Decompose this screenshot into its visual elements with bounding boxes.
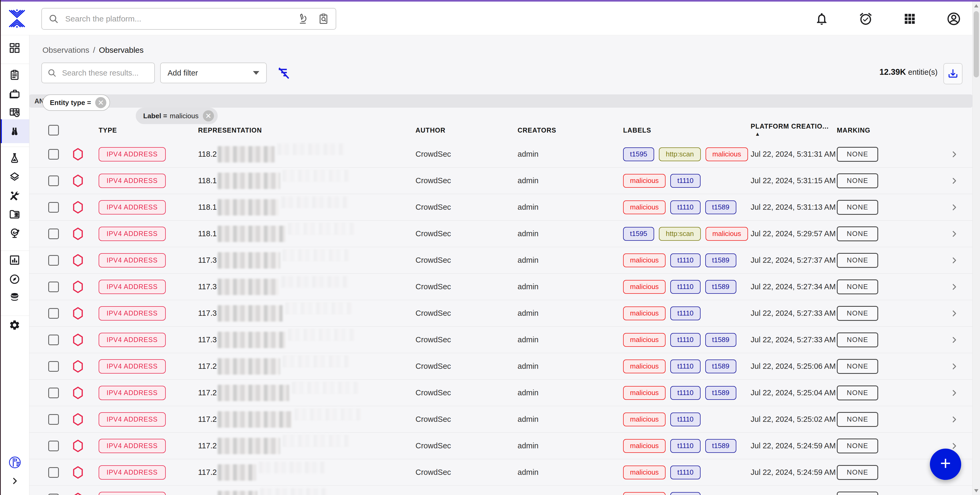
sidebar-item-investigations[interactable] — [0, 271, 29, 288]
label-chip[interactable]: malicious — [623, 307, 665, 320]
label-chip[interactable]: t1589 — [705, 201, 736, 214]
row-checkbox[interactable] — [48, 361, 59, 372]
label-chip[interactable]: t1110 — [670, 333, 700, 347]
chevron-right-icon[interactable] — [950, 415, 959, 424]
sidebar-item-locations[interactable] — [0, 224, 29, 242]
label-chip[interactable]: t1589 — [705, 280, 736, 294]
opencti-logo[interactable] — [7, 8, 27, 29]
label-chip[interactable]: malicious — [706, 147, 748, 161]
label-chip[interactable]: t1110 — [670, 466, 700, 479]
select-all-checkbox[interactable] — [48, 125, 59, 135]
microscope-icon[interactable] — [297, 13, 309, 25]
platform-search-input[interactable] — [65, 14, 297, 24]
label-chip[interactable]: malicious — [623, 280, 665, 294]
filter-operator[interactable]: AND — [29, 94, 972, 108]
chevron-right-icon[interactable] — [950, 441, 959, 450]
row-checkbox[interactable] — [48, 229, 59, 239]
label-chip[interactable]: malicious — [623, 412, 665, 427]
label-chip[interactable]: t1595 — [623, 227, 654, 241]
clipboard-search-icon[interactable] — [318, 13, 329, 25]
label-chip[interactable]: malicious — [623, 333, 665, 347]
label-chip[interactable]: t1110 — [670, 492, 700, 495]
header-creators[interactable]: CREATORS — [517, 126, 623, 134]
header-author[interactable]: AUTHOR — [415, 126, 517, 134]
sidebar-item-dashboard[interactable] — [0, 40, 29, 56]
sidebar-item-data[interactable] — [0, 289, 29, 306]
row-checkbox[interactable] — [48, 467, 59, 478]
add-observable-fab[interactable]: + — [930, 449, 961, 480]
sidebar-collapse-toggle[interactable] — [10, 476, 20, 486]
table-row[interactable]: IPV4 ADDRESS 117.2 CrowdSec admin malici… — [29, 406, 972, 433]
table-row[interactable]: IPV4 ADDRESS 117.3 CrowdSec admin malici… — [29, 274, 972, 300]
chevron-right-icon[interactable] — [950, 309, 959, 318]
label-chip[interactable]: t1589 — [705, 253, 736, 267]
label-chip[interactable]: t1589 — [705, 439, 736, 453]
chevron-right-icon[interactable] — [950, 256, 959, 265]
row-checkbox[interactable] — [48, 255, 59, 266]
label-chip[interactable]: malicious — [623, 492, 665, 495]
table-row[interactable]: IPV4 ADDRESS 117.2 CrowdSec admin malici… — [29, 433, 972, 459]
label-chip[interactable]: t1595 — [623, 147, 654, 161]
sidebar-item-arsenal[interactable] — [0, 168, 29, 185]
label-chip[interactable]: t1110 — [670, 307, 700, 320]
sidebar-item-filigran[interactable] — [8, 456, 21, 469]
row-checkbox[interactable] — [48, 282, 59, 292]
label-chip[interactable]: http:scan — [659, 147, 701, 161]
results-search-input[interactable] — [62, 68, 162, 78]
sidebar-item-techniques[interactable] — [0, 187, 29, 204]
header-type[interactable]: TYPE — [99, 126, 198, 134]
header-labels[interactable]: LABELS — [623, 126, 751, 134]
label-chip[interactable]: malicious — [623, 466, 665, 479]
label-chip[interactable]: t1589 — [705, 360, 736, 373]
row-checkbox[interactable] — [48, 414, 59, 425]
table-row[interactable]: IPV4 ADDRESS 117.3 CrowdSec admin malici… — [29, 327, 972, 353]
scroll-down-arrow-icon[interactable] — [974, 489, 978, 492]
filter-off-icon[interactable] — [276, 66, 291, 81]
label-chip[interactable]: malicious — [623, 439, 665, 453]
row-checkbox[interactable] — [48, 441, 59, 451]
chevron-right-icon[interactable] — [950, 388, 959, 398]
label-chip[interactable]: t1110 — [670, 174, 700, 188]
breadcrumb-section[interactable]: Observations — [43, 46, 89, 54]
header-platform-creation[interactable]: PLATFORM CREATIO...▲ — [751, 123, 837, 138]
row-checkbox[interactable] — [48, 494, 59, 495]
table-row[interactable]: IPV4 ADDRESS 118.1 CrowdSec admin t1595h… — [29, 221, 972, 247]
chevron-right-icon[interactable] — [950, 203, 959, 212]
table-row[interactable]: IPV4 ADDRESS 117.3 CrowdSec admin malici… — [29, 247, 972, 274]
table-row[interactable]: IPV4 ADDRESS 117.2 CrowdSec admin malici… — [29, 380, 972, 406]
bell-icon[interactable] — [814, 11, 829, 27]
label-chip[interactable]: malicious — [623, 174, 665, 188]
chevron-right-icon[interactable] — [950, 229, 959, 238]
row-checkbox[interactable] — [48, 202, 59, 213]
label-chip[interactable]: t1589 — [705, 333, 736, 347]
label-chip[interactable]: http:scan — [659, 227, 701, 241]
table-row[interactable]: IPV4 ADDRESS 117.2 CrowdSec admin malici… — [29, 459, 972, 486]
filter-chip-entity-type[interactable]: Entity type = ✕ — [43, 94, 110, 111]
row-checkbox[interactable] — [48, 175, 59, 186]
download-button[interactable] — [943, 63, 963, 84]
label-chip[interactable]: malicious — [706, 227, 748, 241]
chevron-right-icon[interactable] — [950, 150, 959, 159]
header-representation[interactable]: REPRESENTATION — [198, 126, 415, 134]
chevron-right-icon[interactable] — [950, 282, 959, 291]
label-chip[interactable]: malicious — [623, 360, 665, 373]
label-chip[interactable]: t1110 — [670, 386, 700, 400]
sidebar-item-observations[interactable] — [0, 119, 29, 143]
table-row[interactable]: IPV4 ADDRESS 118.1 CrowdSec admin malici… — [29, 167, 972, 194]
scroll-up-arrow-icon[interactable] — [974, 4, 978, 8]
label-chip[interactable]: t1110 — [670, 412, 700, 427]
scrollbar-thumb[interactable] — [974, 11, 979, 77]
table-row[interactable]: IPV4 ADDRESS 117.2 CrowdSec admin malici… — [29, 353, 972, 380]
sidebar-item-events[interactable] — [0, 104, 29, 121]
chevron-right-icon[interactable] — [950, 362, 959, 371]
table-row[interactable]: IPV4 ADDRESS 118.1 CrowdSec admin malici… — [29, 194, 972, 221]
close-circle-icon[interactable]: ✕ — [95, 97, 106, 108]
table-row[interactable]: IPV4 ADDRESS 117.2 CrowdSec admin malici… — [29, 486, 972, 495]
chevron-right-icon[interactable] — [950, 176, 959, 185]
label-chip[interactable]: t1110 — [670, 201, 700, 214]
sidebar-item-settings[interactable] — [0, 317, 29, 334]
sidebar-item-entities[interactable] — [0, 206, 29, 223]
chevron-right-icon[interactable] — [950, 336, 959, 344]
alarm-check-icon[interactable] — [858, 11, 873, 27]
label-chip[interactable]: t1110 — [670, 439, 700, 453]
